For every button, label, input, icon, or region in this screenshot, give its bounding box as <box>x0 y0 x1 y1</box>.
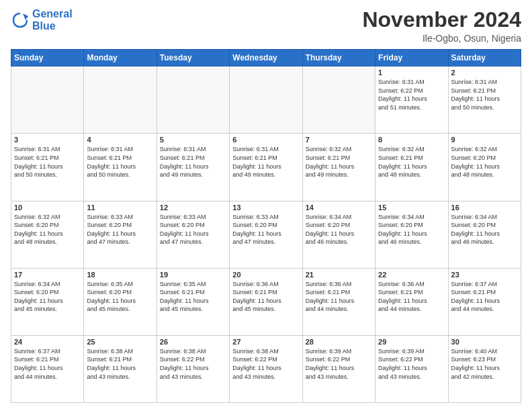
calendar-cell-w4-d5: 21Sunrise: 6:36 AM Sunset: 6:21 PM Dayli… <box>302 268 375 335</box>
calendar-cell-w5-d7: 30Sunrise: 6:40 AM Sunset: 6:23 PM Dayli… <box>448 335 521 402</box>
calendar-cell-w1-d4 <box>230 66 302 134</box>
logo-icon <box>11 11 30 30</box>
calendar-cell-w2-d3: 5Sunrise: 6:31 AM Sunset: 6:21 PM Daylig… <box>157 134 229 201</box>
day-info: Sunrise: 6:34 AM Sunset: 6:20 PM Dayligh… <box>14 280 81 314</box>
logo: General Blue <box>11 8 73 32</box>
day-number: 4 <box>87 136 153 144</box>
day-info: Sunrise: 6:34 AM Sunset: 6:20 PM Dayligh… <box>378 213 445 246</box>
day-info: Sunrise: 6:37 AM Sunset: 6:21 PM Dayligh… <box>14 347 81 381</box>
calendar-header-row: Sunday Monday Tuesday Wednesday Thursday… <box>11 50 521 66</box>
week-row-4: 17Sunrise: 6:34 AM Sunset: 6:20 PM Dayli… <box>11 268 521 335</box>
day-number: 19 <box>160 271 226 279</box>
calendar-cell-w3-d4: 13Sunrise: 6:33 AM Sunset: 6:20 PM Dayli… <box>230 201 302 268</box>
col-saturday: Saturday <box>448 50 521 66</box>
calendar-cell-w2-d6: 8Sunrise: 6:32 AM Sunset: 6:21 PM Daylig… <box>375 134 448 201</box>
day-info: Sunrise: 6:31 AM Sunset: 6:21 PM Dayligh… <box>232 145 299 179</box>
day-number: 21 <box>306 271 372 279</box>
location: Ile-Ogbo, Osun, Nigeria <box>362 33 521 44</box>
calendar-cell-w4-d1: 17Sunrise: 6:34 AM Sunset: 6:20 PM Dayli… <box>11 268 84 335</box>
day-info: Sunrise: 6:31 AM Sunset: 6:22 PM Dayligh… <box>378 78 445 111</box>
calendar-cell-w3-d3: 12Sunrise: 6:33 AM Sunset: 6:20 PM Dayli… <box>157 201 229 268</box>
calendar-body: 1Sunrise: 6:31 AM Sunset: 6:22 PM Daylig… <box>11 66 521 403</box>
calendar-cell-w3-d6: 15Sunrise: 6:34 AM Sunset: 6:20 PM Dayli… <box>375 201 448 268</box>
day-info: Sunrise: 6:31 AM Sunset: 6:21 PM Dayligh… <box>160 145 226 179</box>
calendar-cell-w1-d5 <box>302 66 375 134</box>
day-number: 29 <box>378 338 445 346</box>
day-number: 1 <box>378 68 445 77</box>
day-number: 18 <box>87 271 153 279</box>
calendar-cell-w1-d2 <box>84 66 157 134</box>
title-block: November 2024 Ile-Ogbo, Osun, Nigeria <box>362 8 521 44</box>
calendar-cell-w4-d7: 23Sunrise: 6:37 AM Sunset: 6:21 PM Dayli… <box>448 268 521 335</box>
calendar-cell-w2-d5: 7Sunrise: 6:32 AM Sunset: 6:21 PM Daylig… <box>302 134 375 201</box>
day-info: Sunrise: 6:33 AM Sunset: 6:20 PM Dayligh… <box>232 213 299 246</box>
day-number: 2 <box>451 68 518 77</box>
calendar-cell-w5-d2: 25Sunrise: 6:38 AM Sunset: 6:21 PM Dayli… <box>84 335 157 402</box>
header: General Blue November 2024 Ile-Ogbo, Osu… <box>11 8 521 44</box>
day-number: 9 <box>451 136 518 144</box>
day-number: 10 <box>14 203 81 212</box>
calendar-cell-w1-d6: 1Sunrise: 6:31 AM Sunset: 6:22 PM Daylig… <box>375 66 448 134</box>
calendar-cell-w2-d1: 3Sunrise: 6:31 AM Sunset: 6:21 PM Daylig… <box>11 134 84 201</box>
week-row-5: 24Sunrise: 6:37 AM Sunset: 6:21 PM Dayli… <box>11 335 521 402</box>
calendar-cell-w3-d2: 11Sunrise: 6:33 AM Sunset: 6:20 PM Dayli… <box>84 201 157 268</box>
calendar-cell-w5-d3: 26Sunrise: 6:38 AM Sunset: 6:22 PM Dayli… <box>157 335 229 402</box>
day-number: 22 <box>378 271 445 279</box>
week-row-2: 3Sunrise: 6:31 AM Sunset: 6:21 PM Daylig… <box>11 134 521 201</box>
day-info: Sunrise: 6:31 AM Sunset: 6:21 PM Dayligh… <box>87 145 153 179</box>
day-info: Sunrise: 6:40 AM Sunset: 6:23 PM Dayligh… <box>451 347 518 381</box>
week-row-1: 1Sunrise: 6:31 AM Sunset: 6:22 PM Daylig… <box>11 66 521 134</box>
day-number: 15 <box>378 203 445 212</box>
col-tuesday: Tuesday <box>157 50 229 66</box>
day-info: Sunrise: 6:33 AM Sunset: 6:20 PM Dayligh… <box>160 213 226 246</box>
day-info: Sunrise: 6:34 AM Sunset: 6:20 PM Dayligh… <box>306 213 372 246</box>
page: General Blue November 2024 Ile-Ogbo, Osu… <box>0 0 532 411</box>
col-thursday: Thursday <box>302 50 375 66</box>
calendar-cell-w2-d2: 4Sunrise: 6:31 AM Sunset: 6:21 PM Daylig… <box>84 134 157 201</box>
day-info: Sunrise: 6:36 AM Sunset: 6:21 PM Dayligh… <box>378 280 445 314</box>
day-info: Sunrise: 6:38 AM Sunset: 6:21 PM Dayligh… <box>87 347 153 381</box>
day-number: 24 <box>14 338 81 346</box>
calendar-cell-w4-d2: 18Sunrise: 6:35 AM Sunset: 6:20 PM Dayli… <box>84 268 157 335</box>
calendar-cell-w2-d7: 9Sunrise: 6:32 AM Sunset: 6:20 PM Daylig… <box>448 134 521 201</box>
day-number: 8 <box>378 136 445 144</box>
day-info: Sunrise: 6:32 AM Sunset: 6:20 PM Dayligh… <box>14 213 81 246</box>
day-info: Sunrise: 6:31 AM Sunset: 6:21 PM Dayligh… <box>14 145 81 179</box>
day-number: 20 <box>232 271 299 279</box>
calendar-cell-w3-d5: 14Sunrise: 6:34 AM Sunset: 6:20 PM Dayli… <box>302 201 375 268</box>
day-number: 28 <box>306 338 372 346</box>
calendar: Sunday Monday Tuesday Wednesday Thursday… <box>11 49 521 403</box>
calendar-cell-w1-d7: 2Sunrise: 6:31 AM Sunset: 6:21 PM Daylig… <box>448 66 521 134</box>
month-title: November 2024 <box>362 8 521 32</box>
col-friday: Friday <box>375 50 448 66</box>
day-info: Sunrise: 6:36 AM Sunset: 6:21 PM Dayligh… <box>232 280 299 314</box>
day-number: 17 <box>14 271 81 279</box>
calendar-cell-w5-d4: 27Sunrise: 6:38 AM Sunset: 6:22 PM Dayli… <box>230 335 302 402</box>
logo-text: General Blue <box>32 8 73 32</box>
day-info: Sunrise: 6:33 AM Sunset: 6:20 PM Dayligh… <box>87 213 153 246</box>
day-info: Sunrise: 6:35 AM Sunset: 6:20 PM Dayligh… <box>87 280 153 314</box>
day-info: Sunrise: 6:38 AM Sunset: 6:22 PM Dayligh… <box>160 347 226 381</box>
calendar-cell-w1-d3 <box>157 66 229 134</box>
col-wednesday: Wednesday <box>230 50 302 66</box>
calendar-cell-w4-d4: 20Sunrise: 6:36 AM Sunset: 6:21 PM Dayli… <box>230 268 302 335</box>
day-info: Sunrise: 6:37 AM Sunset: 6:21 PM Dayligh… <box>451 280 518 314</box>
day-info: Sunrise: 6:35 AM Sunset: 6:21 PM Dayligh… <box>160 280 226 314</box>
day-number: 3 <box>14 136 81 144</box>
week-row-3: 10Sunrise: 6:32 AM Sunset: 6:20 PM Dayli… <box>11 201 521 268</box>
day-number: 30 <box>451 338 518 346</box>
day-number: 13 <box>232 203 299 212</box>
day-info: Sunrise: 6:34 AM Sunset: 6:20 PM Dayligh… <box>451 213 518 246</box>
day-info: Sunrise: 6:32 AM Sunset: 6:21 PM Dayligh… <box>378 145 445 179</box>
calendar-cell-w4-d6: 22Sunrise: 6:36 AM Sunset: 6:21 PM Dayli… <box>375 268 448 335</box>
calendar-cell-w5-d1: 24Sunrise: 6:37 AM Sunset: 6:21 PM Dayli… <box>11 335 84 402</box>
calendar-cell-w5-d6: 29Sunrise: 6:39 AM Sunset: 6:22 PM Dayli… <box>375 335 448 402</box>
day-info: Sunrise: 6:39 AM Sunset: 6:22 PM Dayligh… <box>378 347 445 381</box>
day-number: 7 <box>306 136 372 144</box>
day-number: 11 <box>87 203 153 212</box>
day-number: 26 <box>160 338 226 346</box>
calendar-cell-w1-d1 <box>11 66 84 134</box>
day-number: 14 <box>306 203 372 212</box>
calendar-cell-w3-d7: 16Sunrise: 6:34 AM Sunset: 6:20 PM Dayli… <box>448 201 521 268</box>
day-info: Sunrise: 6:36 AM Sunset: 6:21 PM Dayligh… <box>306 280 372 314</box>
